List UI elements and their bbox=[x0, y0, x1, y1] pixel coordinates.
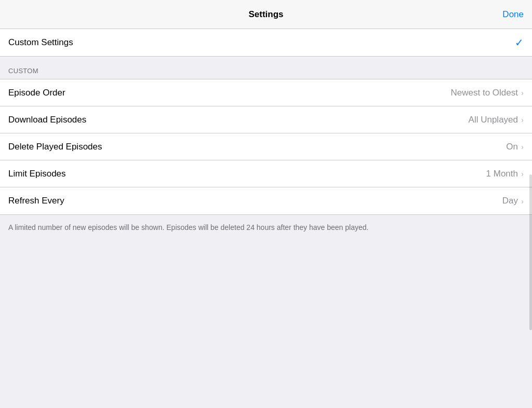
settings-page: Settings Done Custom Settings ✓ CUSTOM E… bbox=[0, 0, 532, 408]
footer-note: A limited number of new episodes will be… bbox=[0, 215, 532, 240]
checkmark-icon: ✓ bbox=[515, 36, 524, 49]
episode-order-row[interactable]: Episode Order Newest to Oldest › bbox=[0, 79, 532, 106]
delete-played-row[interactable]: Delete Played Episodes On › bbox=[0, 133, 532, 160]
section-header-custom: CUSTOM bbox=[0, 57, 532, 79]
settings-group: Episode Order Newest to Oldest › Downloa… bbox=[0, 79, 532, 215]
download-episodes-label: Download Episodes bbox=[8, 115, 469, 125]
delete-played-chevron-icon: › bbox=[521, 142, 524, 151]
page-title: Settings bbox=[248, 9, 283, 20]
limit-episodes-row[interactable]: Limit Episodes 1 Month › bbox=[0, 160, 532, 187]
scrollbar-container[interactable] bbox=[529, 29, 532, 408]
header: Settings Done bbox=[0, 0, 532, 29]
delete-played-value: On bbox=[506, 142, 518, 152]
refresh-every-label: Refresh Every bbox=[8, 196, 502, 206]
limit-episodes-label: Limit Episodes bbox=[8, 169, 486, 179]
scrollbar-thumb[interactable] bbox=[529, 174, 532, 330]
limit-episodes-chevron-icon: › bbox=[521, 169, 524, 178]
episode-order-value: Newest to Oldest bbox=[451, 88, 518, 98]
refresh-every-chevron-icon: › bbox=[521, 197, 524, 206]
refresh-every-value: Day bbox=[502, 196, 518, 206]
content-wrapper: Custom Settings ✓ CUSTOM Episode Order N… bbox=[0, 29, 532, 408]
episode-order-chevron-icon: › bbox=[521, 88, 524, 97]
episode-order-label: Episode Order bbox=[8, 88, 451, 98]
download-episodes-value: All Unplayed bbox=[469, 115, 518, 125]
download-episodes-chevron-icon: › bbox=[521, 115, 524, 124]
custom-settings-label: Custom Settings bbox=[8, 37, 515, 48]
download-episodes-row[interactable]: Download Episodes All Unplayed › bbox=[0, 106, 532, 133]
custom-settings-row[interactable]: Custom Settings ✓ bbox=[0, 29, 532, 57]
delete-played-label: Delete Played Episodes bbox=[8, 142, 506, 152]
done-button[interactable]: Done bbox=[502, 9, 524, 20]
limit-episodes-value: 1 Month bbox=[486, 169, 518, 179]
refresh-every-row[interactable]: Refresh Every Day › bbox=[0, 187, 532, 214]
